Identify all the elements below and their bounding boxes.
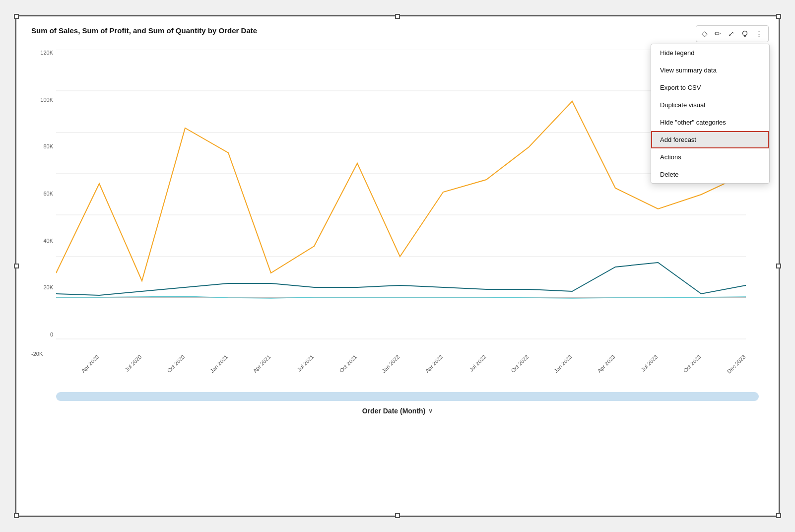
menu-item-export-csv[interactable]: Export to CSV — [651, 79, 769, 96]
y-label-0: 0 — [31, 332, 56, 337]
chart-svg: .grid { stroke: #e5e5e5; stroke-width: 1… — [56, 50, 746, 387]
handle-tr[interactable] — [776, 14, 781, 19]
svg-text:Apr 2023: Apr 2023 — [596, 354, 616, 374]
y-label-neg20k: -20K — [31, 351, 46, 357]
svg-text:Oct 2023: Oct 2023 — [682, 354, 702, 374]
menu-item-actions[interactable]: Actions — [651, 148, 769, 166]
svg-text:Oct 2022: Oct 2022 — [510, 354, 530, 374]
svg-point-0 — [743, 31, 747, 36]
x-axis-chevron-icon: ∨ — [428, 407, 433, 414]
handle-tm[interactable] — [395, 14, 400, 19]
handle-mr[interactable] — [776, 264, 781, 268]
insight-button[interactable] — [739, 29, 751, 39]
x-axis-title[interactable]: Order Date (Month) ∨ — [26, 407, 769, 415]
handle-bl[interactable] — [14, 513, 19, 518]
svg-text:Jan 2022: Jan 2022 — [381, 354, 400, 374]
edit-button[interactable]: ✏ — [712, 28, 724, 40]
y-label-80k: 80K — [31, 143, 56, 149]
svg-text:Apr 2021: Apr 2021 — [252, 354, 271, 374]
menu-item-hide-other[interactable]: Hide "other" categories — [651, 114, 769, 131]
menu-item-add-forecast[interactable]: Add forecast — [651, 131, 769, 148]
y-label-20k: 20K — [31, 284, 56, 290]
svg-text:Jul 2022: Jul 2022 — [468, 354, 487, 373]
context-menu: Hide legend View summary data Export to … — [651, 44, 770, 184]
handle-bm[interactable] — [395, 513, 400, 518]
svg-text:Apr 2020: Apr 2020 — [80, 354, 100, 374]
more-button[interactable]: ⋮ — [753, 28, 765, 40]
sales-line — [56, 101, 746, 281]
handle-br[interactable] — [776, 513, 781, 518]
handle-tl[interactable] — [14, 14, 19, 19]
chart-title: Sum of Sales, Sum of Profit, and Sum of … — [31, 26, 769, 35]
y-label-100k: 100K — [31, 97, 56, 103]
x-axis-labels: Jan 2020 Apr 2020 Jul 2020 Oct 2020 Jan … — [56, 354, 746, 375]
y-label-40k: 40K — [31, 238, 56, 244]
pin-button[interactable]: ◇ — [699, 28, 710, 40]
menu-item-duplicate[interactable]: Duplicate visual — [651, 96, 769, 114]
svg-text:Jul 2023: Jul 2023 — [640, 354, 659, 373]
svg-text:Oct 2021: Oct 2021 — [338, 354, 358, 374]
handle-ml[interactable] — [14, 264, 19, 268]
svg-text:Dec 2023: Dec 2023 — [726, 354, 746, 375]
svg-text:Jan 2020: Jan 2020 — [56, 354, 57, 374]
expand-button[interactable]: ⤢ — [726, 28, 737, 40]
y-label-60k: 60K — [31, 191, 56, 197]
svg-text:Jan 2023: Jan 2023 — [553, 354, 573, 374]
svg-text:Jul 2020: Jul 2020 — [124, 354, 143, 373]
y-label-120k: 120K — [31, 50, 56, 56]
chart-container: Sum of Sales, Sum of Profit, and Sum of … — [15, 15, 780, 517]
toolbar: ◇ ✏ ⤢ ⋮ — [696, 25, 769, 42]
svg-text:Jul 2021: Jul 2021 — [296, 354, 315, 373]
menu-item-hide-legend[interactable]: Hide legend — [651, 44, 769, 62]
menu-item-view-summary[interactable]: View summary data — [651, 62, 769, 79]
svg-text:Oct 2020: Oct 2020 — [166, 354, 186, 374]
svg-text:Jan 2021: Jan 2021 — [209, 354, 229, 374]
svg-text:Apr 2022: Apr 2022 — [424, 354, 444, 374]
scrollbar[interactable] — [56, 392, 759, 401]
x-axis-title-text: Order Date (Month) — [362, 407, 426, 415]
profit-line — [56, 263, 746, 295]
menu-item-delete[interactable]: Delete — [651, 166, 769, 183]
